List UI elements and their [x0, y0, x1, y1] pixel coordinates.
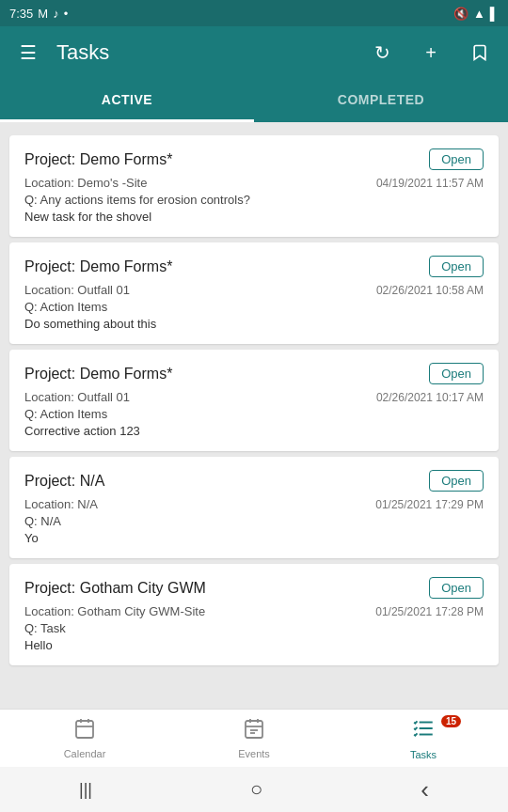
task-card-5[interactable]: Project: Gotham City GWM Open Location: … [9, 564, 499, 665]
status-bar: 7:35 M ♪ • 🔇 ▲ ▌ [0, 0, 508, 26]
card-header-1: Project: Demo Forms* Open [24, 148, 484, 170]
card-question-3: Q: Action Items [24, 407, 484, 421]
card-location-5: Location: Gotham City GWM-Site [24, 604, 205, 618]
open-button-1[interactable]: Open [429, 148, 484, 170]
card-header-2: Project: Demo Forms* Open [24, 256, 484, 277]
status-left: 7:35 M ♪ • [9, 7, 68, 21]
refresh-button[interactable]: ↻ [367, 38, 397, 68]
card-header-3: Project: Demo Forms* Open [24, 363, 484, 384]
sys-menu-button[interactable]: ||| [79, 780, 92, 800]
card-row-4: Location: N/A 01/25/2021 17:29 PM [24, 497, 484, 514]
wifi-icon: ▲ [473, 7, 485, 21]
dot-icon: • [64, 7, 69, 21]
status-right: 🔇 ▲ ▌ [453, 7, 499, 21]
card-answer-5: Hello [24, 638, 484, 652]
nav-tasks[interactable]: 15 Tasks [339, 710, 508, 767]
card-question-4: Q: N/A [24, 514, 484, 528]
task-card-2[interactable]: Project: Demo Forms* Open Location: Outf… [9, 242, 499, 344]
card-answer-4: Yo [24, 531, 484, 545]
card-date-3: 02/26/2021 10:17 AM [376, 391, 484, 404]
card-answer-2: Do something about this [24, 317, 484, 331]
open-button-4[interactable]: Open [429, 470, 484, 492]
nav-calendar-label: Calendar [64, 748, 106, 759]
system-nav-bar: ||| ○ ‹ [0, 767, 508, 812]
card-row-1: Location: Demo's -Site 04/19/2021 11:57 … [24, 176, 484, 193]
tab-active[interactable]: ACTIVE [0, 79, 254, 120]
task-card-4[interactable]: Project: N/A Open Location: N/A 01/25/20… [9, 457, 499, 558]
app-bar-left: ☰ Tasks [13, 38, 109, 68]
battery-icon: ▌ [490, 7, 499, 21]
sys-back-button[interactable]: ‹ [421, 775, 429, 804]
app-bar-actions: ↻ + [367, 38, 495, 68]
card-question-5: Q: Task [24, 621, 484, 635]
card-row-3: Location: Outfall 01 02/26/2021 10:17 AM [24, 390, 484, 407]
nav-calendar[interactable]: Calendar [0, 710, 169, 767]
task-list: Project: Demo Forms* Open Location: Demo… [0, 122, 508, 750]
card-answer-3: Corrective action 123 [24, 424, 484, 438]
card-date-2: 02/26/2021 10:58 AM [376, 284, 484, 297]
card-location-2: Location: Outfall 01 [24, 283, 130, 297]
calendar-icon [73, 717, 96, 745]
tabs-bar: ACTIVE COMPLETED [0, 79, 508, 122]
sys-home-button[interactable]: ○ [250, 777, 262, 802]
tasks-icon [411, 716, 436, 746]
card-title-2: Project: Demo Forms* [24, 258, 172, 275]
card-row-5: Location: Gotham City GWM-Site 01/25/202… [24, 604, 484, 621]
bookmark-button[interactable] [465, 38, 495, 68]
time-display: 7:35 [9, 7, 33, 21]
tab-completed[interactable]: COMPLETED [254, 79, 508, 120]
svg-rect-0 [76, 721, 93, 738]
card-location-4: Location: N/A [24, 497, 98, 511]
nav-events-label: Events [238, 748, 270, 759]
card-date-4: 01/25/2021 17:29 PM [375, 498, 484, 511]
card-question-2: Q: Action Items [24, 300, 484, 314]
card-title-4: Project: N/A [24, 473, 104, 490]
card-header-5: Project: Gotham City GWM Open [24, 577, 484, 599]
app-bar: ☰ Tasks ↻ + [0, 26, 508, 79]
card-answer-1: New task for the shovel [24, 210, 484, 224]
menu-button[interactable]: ☰ [13, 38, 43, 68]
mute-icon: 🔇 [453, 7, 468, 21]
open-button-2[interactable]: Open [429, 256, 484, 277]
task-card-3[interactable]: Project: Demo Forms* Open Location: Outf… [9, 350, 499, 451]
card-date-1: 04/19/2021 11:57 AM [376, 177, 484, 190]
tasks-badge: 15 [441, 715, 461, 727]
card-header-4: Project: N/A Open [24, 470, 484, 492]
bottom-nav: Calendar Events 15 T [0, 709, 508, 767]
events-icon [243, 717, 265, 745]
nav-events[interactable]: Events [169, 710, 339, 767]
card-location-3: Location: Outfall 01 [24, 390, 130, 404]
card-location-1: Location: Demo's -Site [24, 176, 147, 190]
card-row-2: Location: Outfall 01 02/26/2021 10:58 AM [24, 283, 484, 300]
open-button-3[interactable]: Open [429, 363, 484, 384]
svg-rect-4 [246, 721, 262, 738]
music-icon: ♪ [53, 7, 59, 21]
add-button[interactable]: + [416, 38, 446, 68]
page-title: Tasks [56, 40, 109, 65]
card-title-3: Project: Demo Forms* [24, 366, 172, 383]
card-title-1: Project: Demo Forms* [24, 151, 172, 168]
task-card-1[interactable]: Project: Demo Forms* Open Location: Demo… [9, 135, 499, 237]
card-title-5: Project: Gotham City GWM [24, 580, 206, 597]
card-date-5: 01/25/2021 17:28 PM [375, 605, 484, 618]
nav-tasks-label: Tasks [410, 749, 437, 760]
card-question-1: Q: Any actions items for erosion control… [24, 193, 484, 207]
open-button-5[interactable]: Open [429, 577, 484, 599]
gmail-icon: M [38, 7, 48, 21]
